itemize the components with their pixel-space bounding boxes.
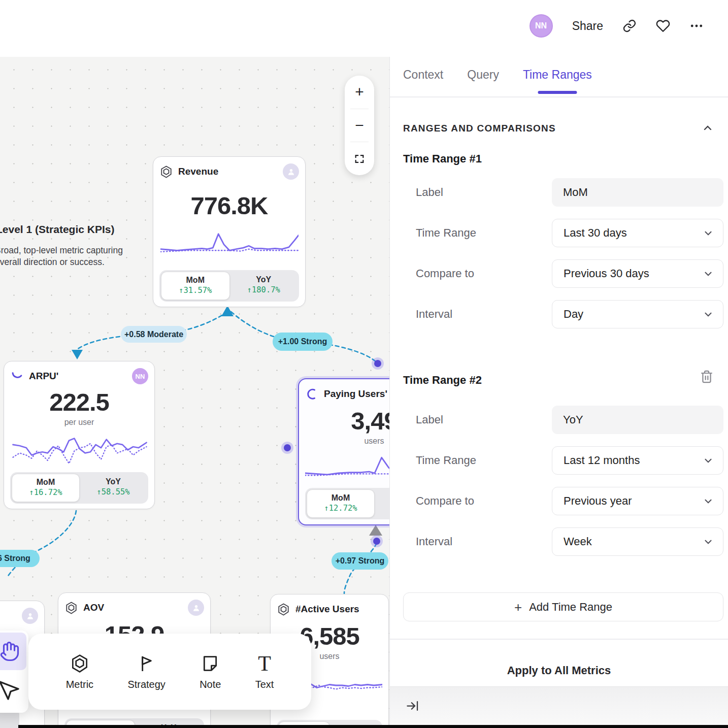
user-icon	[191, 603, 201, 613]
add-note-button[interactable]: Note	[200, 653, 221, 690]
panel-divider	[390, 639, 728, 640]
metric-card-paying-users[interactable]: Paying Users' 3,49 users MoM ↑12.72%	[298, 378, 389, 525]
card-title: AOV	[83, 602, 104, 613]
metric-card-arpu[interactable]: ARPU' NN 222.5 per user MoM ↑16.72% YoY …	[4, 361, 155, 509]
card-title: Revenue	[178, 166, 218, 177]
tabs-divider	[390, 96, 728, 97]
fit-view-button[interactable]	[345, 142, 374, 175]
metric-hexagon-icon	[277, 603, 290, 616]
hand-icon	[0, 641, 20, 662]
correlation-label-strong: +0.97 Strong	[332, 552, 388, 570]
add-strategy-button[interactable]: Strategy	[127, 653, 165, 690]
sparkline-chart	[10, 430, 149, 472]
field-row-time-range-1: Time Range Last 30 days	[390, 219, 728, 247]
select-tool-button[interactable]	[0, 672, 26, 710]
correlation-label-moderate: +0.58 Moderate	[121, 326, 187, 343]
zoom-in-button[interactable]: +	[345, 76, 374, 109]
delta-value: ↑58.55%	[81, 487, 146, 498]
more-options-icon[interactable]	[689, 19, 704, 33]
chevron-down-icon	[703, 309, 714, 320]
metric-crescent-icon	[305, 387, 319, 401]
metric-hexagon-icon	[70, 653, 90, 674]
label-input[interactable]: MoM	[552, 178, 723, 207]
field-row-compare-2: Compare to Previous year	[390, 487, 728, 515]
compare-to-select[interactable]: Previous 30 days	[552, 259, 723, 288]
interval-select[interactable]: Day	[552, 300, 723, 328]
field-row-label-1: Label MoM	[390, 178, 728, 207]
connection-handle-dot[interactable]	[372, 357, 384, 370]
time-range-select[interactable]: Last 12 months	[552, 446, 723, 475]
time-range-2-heading: Time Range #2	[403, 374, 482, 387]
cursor-icon	[0, 679, 21, 703]
add-text-button[interactable]: T Text	[255, 653, 274, 690]
tab-query[interactable]: Query	[467, 68, 499, 94]
card-title: ARPU'	[29, 371, 58, 382]
delta-value: ↑31.57%	[162, 285, 228, 296]
collapse-panel-icon[interactable]	[406, 699, 419, 713]
owner-avatar: NN	[132, 368, 148, 384]
delta-value: ↑12.72%	[308, 503, 373, 514]
delta-value: ↑16.72%	[13, 487, 78, 498]
chip-mom[interactable]: MoM ↑12.72%	[307, 489, 375, 518]
apply-to-all-metrics-button[interactable]: Apply to All Metrics	[390, 664, 728, 677]
metric-tree-canvas[interactable]: Level 1 (Strategic KPIs) Broad, top-leve…	[0, 57, 389, 728]
tab-context[interactable]: Context	[403, 68, 443, 94]
favorite-heart-icon[interactable]	[656, 19, 670, 33]
user-icon	[25, 611, 35, 621]
plus-icon: +	[514, 601, 522, 614]
connection-handle-dot[interactable]	[281, 442, 293, 454]
metric-value: 3,49	[305, 408, 389, 434]
properties-panel: Context Query Time Ranges RANGES AND COM…	[389, 57, 728, 728]
screen-bottom-edge	[18, 725, 728, 728]
arrowhead-into-revenue	[221, 306, 234, 316]
chip-mom[interactable]: MoM ↑16.72%	[12, 474, 80, 502]
chevron-down-icon	[703, 455, 714, 466]
compare-to-select[interactable]: Previous year	[552, 487, 723, 515]
chevron-down-icon	[703, 536, 714, 547]
arrowhead-into-arpu	[72, 350, 83, 359]
arrowhead-into-paying-users	[369, 525, 382, 536]
interval-select[interactable]: Week	[552, 527, 723, 556]
zoom-out-button[interactable]: −	[345, 109, 374, 142]
correlation-label-strong: +1.00 Strong	[273, 333, 333, 351]
time-range-1-heading: Time Range #1	[403, 152, 482, 166]
fullscreen-icon	[354, 153, 365, 164]
link-icon[interactable]	[622, 19, 637, 33]
delete-time-range-trash-icon[interactable]	[700, 370, 714, 384]
time-range-select[interactable]: Last 30 days	[552, 219, 723, 247]
tab-time-ranges[interactable]: Time Ranges	[523, 68, 592, 94]
correlation-label-strong: 66 Strong	[0, 550, 40, 567]
add-metric-button[interactable]: Metric	[66, 653, 93, 690]
field-row-label-2: Label YoY	[390, 406, 728, 434]
metric-unit: users	[305, 437, 389, 446]
sparkline-chart	[305, 452, 389, 480]
hand-tool-button[interactable]	[0, 633, 26, 670]
field-row-interval-1: Interval Day	[390, 300, 728, 328]
chip-yoy[interactable]: YoY ↑180.7%	[230, 272, 298, 300]
chevron-down-icon	[703, 495, 714, 507]
time-range-chips: MoM ↑12.72%	[305, 488, 389, 519]
edge-arpu-offscreen	[7, 511, 76, 577]
flag-icon	[137, 653, 157, 674]
connection-handle-dot[interactable]	[371, 535, 383, 547]
chip-mom[interactable]: MoM ↑31.57%	[161, 272, 230, 300]
card-title: Paying Users'	[324, 388, 387, 400]
share-button[interactable]: Share	[572, 19, 603, 33]
field-row-compare-1: Compare to Previous 30 days	[390, 259, 728, 288]
metric-value: 776.8K	[159, 193, 299, 219]
app-header: NN Share	[0, 0, 728, 57]
label-input[interactable]: YoY	[552, 406, 723, 434]
card-title: #Active Users	[295, 604, 359, 615]
collapse-section-chevron-icon[interactable]	[702, 122, 714, 134]
chip-yoy[interactable]	[375, 489, 389, 518]
user-avatar[interactable]: NN	[530, 14, 553, 38]
field-row-time-range-2: Time Range Last 12 months	[390, 446, 728, 475]
field-row-interval-2: Interval Week	[390, 527, 728, 556]
metric-card-revenue[interactable]: Revenue 776.8K MoM ↑31.57% YoY ↑180.7%	[153, 156, 306, 307]
chevron-down-icon	[703, 268, 714, 279]
add-time-range-button[interactable]: + Add Time Range	[403, 592, 723, 621]
text-icon: T	[258, 653, 271, 674]
chip-yoy[interactable]: YoY ↑58.55%	[80, 474, 147, 502]
panel-tabs: Context Query Time Ranges	[403, 68, 592, 94]
owner-avatar	[22, 608, 38, 624]
